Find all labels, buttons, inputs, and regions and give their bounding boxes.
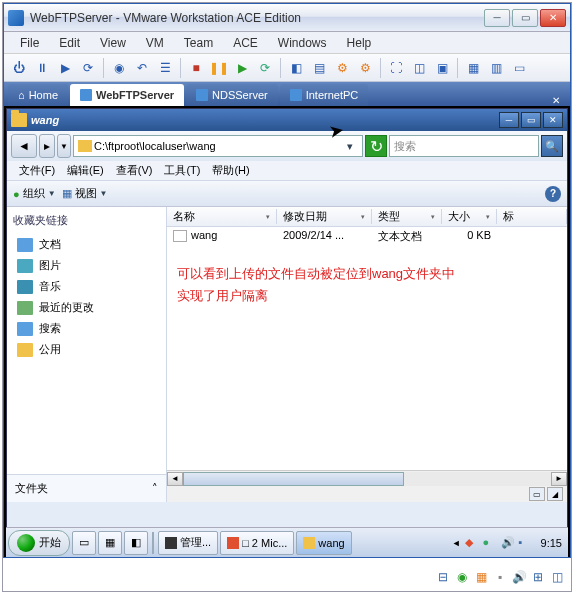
vmware-usb-icon[interactable]: ⊞ [530,569,546,585]
tray-icon-1[interactable]: ◆ [465,536,479,550]
tab-internetpc[interactable]: InternetPC [280,84,369,106]
quick-launch-2[interactable]: ▦ [98,531,122,555]
resize-grip-icon[interactable]: ◢ [547,487,563,501]
fullscreen-icon[interactable]: ⛶ [385,57,407,79]
nav-history-button[interactable]: ▼ [57,134,71,158]
taskbar-item-wang[interactable]: wang [296,531,351,555]
refresh-button[interactable]: ↻ [365,135,387,157]
maximize-button[interactable]: ▭ [512,9,538,27]
exp-close-button[interactable]: ✕ [543,112,563,128]
quick-switch-icon[interactable]: ◫ [408,57,430,79]
preview-pane-icon[interactable]: ▭ [529,487,545,501]
exp-maximize-button[interactable]: ▭ [521,112,541,128]
vmware-floppy-icon[interactable]: ▦ [473,569,489,585]
power-on-icon[interactable]: ▶ [54,57,76,79]
tray-expand-icon[interactable]: ◄ [452,538,461,548]
sidebar-item-图片[interactable]: 图片 [13,255,160,276]
exp-minimize-button[interactable]: ─ [499,112,519,128]
col-tag[interactable]: 标 [497,209,567,224]
explorer-titlebar[interactable]: wang ─ ▭ ✕ [7,109,567,131]
summary-icon[interactable]: ▦ [462,57,484,79]
exp-menu-edit[interactable]: 编辑(E) [61,163,110,178]
exp-menu-view[interactable]: 查看(V) [110,163,159,178]
play-record-icon[interactable]: ▶ [231,57,253,79]
unity-icon[interactable]: ▣ [431,57,453,79]
col-type[interactable]: 类型▾ [372,209,442,224]
minimize-button[interactable]: ─ [484,9,510,27]
vm-guest-screen: wang ─ ▭ ✕ ◄ ▸ ▼ C:\ftproot\localuser\wa… [4,106,570,557]
sidebar-icon[interactable]: ▤ [308,57,330,79]
sidebar-item-公用[interactable]: 公用 [13,339,160,360]
scroll-track[interactable] [183,472,551,486]
chevron-down-icon[interactable]: ▾ [342,140,358,153]
taskbar-item-管理...[interactable]: 管理... [158,531,218,555]
col-modified[interactable]: 修改日期▾ [277,209,372,224]
stop-record-icon[interactable]: ■ [185,57,207,79]
exp-menu-file[interactable]: 文件(F) [13,163,61,178]
exp-menu-help[interactable]: 帮助(H) [206,163,255,178]
scroll-left-button[interactable]: ◄ [167,472,183,486]
tray-network-icon[interactable]: ▪ [519,536,533,550]
search-button[interactable]: 🔍 [541,135,563,157]
sidebar-item-音乐[interactable]: 音乐 [13,276,160,297]
menu-file[interactable]: File [10,34,49,52]
scroll-thumb[interactable] [183,472,404,486]
replay-icon[interactable]: ⟳ [254,57,276,79]
vmware-network-icon[interactable]: ▪ [492,569,508,585]
snapshot-icon[interactable]: ◉ [108,57,130,79]
reset-icon[interactable]: ⟳ [77,57,99,79]
nav-back-button[interactable]: ◄ [11,134,37,158]
sidebar-item-最近的更改[interactable]: 最近的更改 [13,297,160,318]
taskbar-clock[interactable]: 9:15 [541,537,562,549]
menu-view[interactable]: View [90,34,136,52]
col-name[interactable]: 名称▾ [167,209,277,224]
col-size[interactable]: 大小▾ [442,209,497,224]
nav-forward-button[interactable]: ▸ [39,134,55,158]
vmware-titlebar[interactable]: WebFTPServer - VMware Workstation ACE Ed… [4,4,570,32]
tab-webftpserver[interactable]: WebFTPServer [70,84,184,106]
tab-ndsserver[interactable]: NDSServer [186,84,278,106]
vmware-disk-icon[interactable]: ⊟ [435,569,451,585]
vmware-cd-icon[interactable]: ◉ [454,569,470,585]
exp-menu-tools[interactable]: 工具(T) [158,163,206,178]
menu-ace[interactable]: ACE [223,34,268,52]
console-icon[interactable]: ▭ [508,57,530,79]
views-button[interactable]: ▦ 视图 ▼ [62,186,108,201]
menu-windows[interactable]: Windows [268,34,337,52]
tab-home[interactable]: ⌂ Home [8,84,68,106]
toolbar-icon-1[interactable]: ⚙ [331,57,353,79]
file-list[interactable]: wang 2009/2/14 ... 文本文档 0 KB 可以看到上传的文件自动… [167,227,567,470]
scroll-right-button[interactable]: ► [551,472,567,486]
organize-button[interactable]: ● 组织 ▼ [13,186,56,201]
menu-team[interactable]: Team [174,34,223,52]
manage-snap-icon[interactable]: ☰ [154,57,176,79]
suspend-icon[interactable]: ⏸ [31,57,53,79]
tray-volume-icon[interactable]: 🔊 [501,536,515,550]
menu-help[interactable]: Help [337,34,382,52]
tab-close-button[interactable]: ✕ [546,95,566,106]
address-input[interactable]: C:\ftproot\localuser\wang ▾ [73,135,363,157]
taskbar-item-2 Mic...[interactable]: □ 2 Mic... [220,531,294,555]
file-row[interactable]: wang 2009/2/14 ... 文本文档 0 KB [167,227,567,246]
toolbar-icon-2[interactable]: ⚙ [354,57,376,79]
vmware-message-icon[interactable]: ◫ [549,569,565,585]
search-input[interactable]: 搜索 [389,135,539,157]
quick-launch-3[interactable]: ◧ [124,531,148,555]
folders-toggle[interactable]: 文件夹 ˄ [7,474,166,502]
menu-vm[interactable]: VM [136,34,174,52]
close-button[interactable]: ✕ [540,9,566,27]
show-tabs-icon[interactable]: ◧ [285,57,307,79]
home-icon: ⌂ [18,89,25,101]
pause-record-icon[interactable]: ❚❚ [208,57,230,79]
help-button[interactable]: ? [545,186,561,202]
revert-icon[interactable]: ↶ [131,57,153,79]
sidebar-item-搜索[interactable]: 搜索 [13,318,160,339]
menu-edit[interactable]: Edit [49,34,90,52]
start-button[interactable]: 开始 [8,530,70,556]
tray-icon-2[interactable]: ● [483,536,497,550]
sidebar-item-文档[interactable]: 文档 [13,234,160,255]
quick-launch-1[interactable]: ▭ [72,531,96,555]
appliance-icon[interactable]: ▥ [485,57,507,79]
vmware-sound-icon[interactable]: 🔊 [511,569,527,585]
power-off-icon[interactable]: ⏻ [8,57,30,79]
